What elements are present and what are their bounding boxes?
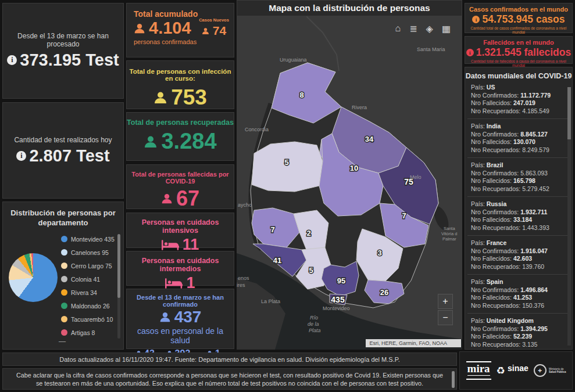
info-icon[interactable]: i — [466, 49, 474, 56]
legend-dot — [61, 276, 67, 282]
place-label: Río — [310, 315, 318, 321]
world-list-scrollbar[interactable] — [567, 87, 571, 346]
disclaimer-text: Cabe aclarar que la cifra de casos confi… — [13, 371, 446, 387]
department-distribution-card: Distribución de personas por departament… — [2, 202, 124, 350]
health-workers-sub: casos en personal de la salud — [127, 326, 234, 345]
region-value: 5 — [284, 158, 288, 167]
legend-item: Artigas 8 — [61, 326, 117, 339]
legend-dot — [61, 249, 67, 256]
region-value: 34 — [365, 135, 374, 143]
legend-dot — [61, 329, 67, 336]
covid-dashboard: Desde el 13 de marzo se han procesado i … — [0, 0, 575, 392]
person-icon — [159, 311, 171, 323]
tests-processed-label: Desde el 13 de marzo se han procesado — [3, 32, 123, 48]
legend-dot — [61, 316, 67, 322]
place-label: Santa Maria — [417, 46, 445, 52]
region-value: 95 — [337, 276, 345, 285]
deceased-title: Total de personas fallecidas por COVID-1… — [127, 171, 234, 185]
info-icon[interactable]: i — [16, 151, 26, 161]
legend-item: Maldonado 26 — [61, 299, 117, 312]
legend-icon[interactable]: ≣ — [409, 23, 417, 34]
uruguay-choropleth: URUGUAY 8 34 5 10 — [237, 16, 462, 350]
legend-dot — [61, 236, 67, 242]
world-deaths-card: Fallecidos en el mundo i1.321.545 fallec… — [465, 36, 573, 64]
accumulated-title: Total acumulado — [134, 9, 199, 19]
recovered-card: Total de personas recuperadas 3.284 — [126, 112, 234, 161]
sinae-logo[interactable]: ♻ sinae — [497, 363, 528, 378]
place-label: Vitória d — [441, 231, 457, 236]
pie-chart[interactable] — [9, 253, 58, 302]
country-block: País: United Kingdom Nro Confirmados: 1.… — [465, 317, 572, 348]
place-label: Santa — [444, 226, 455, 231]
person-icon — [153, 91, 167, 105]
legend-item: Canelones 95 — [61, 246, 117, 259]
place-label: aycho — [238, 202, 252, 208]
map-toolbar: ⌂ ≣ ◈ ▦ — [395, 23, 451, 34]
region-value: 26 — [380, 288, 388, 297]
active-cases-title: Total de personas con infección en curso… — [127, 68, 234, 82]
country-block: País: India Nro Confirmados: 8.845.127 N… — [465, 123, 572, 154]
map-title: Mapa con la distribución de personas — [237, 0, 462, 16]
place-label: Uruguaiana — [280, 57, 307, 63]
accumulated-value: 4.104 — [149, 19, 191, 38]
footer-disclaimer-bar: Cabe aclarar que la cifra de casos confi… — [2, 368, 457, 390]
footer-logos: mira ♻ sinae ✚ Ministerio deSalud Públic… — [459, 351, 573, 390]
region-value: 3 — [377, 249, 381, 257]
new-cases-label: Casos Nuevos — [199, 17, 229, 23]
icu-title: Personas en cuidados intensivos — [127, 218, 234, 235]
legend-dot — [61, 303, 67, 309]
pie-chart-wrap — [9, 253, 58, 302]
world-confirmed-value: 54.753.945 casos — [482, 13, 565, 26]
map-canvas[interactable]: URUGUAY 8 34 5 10 — [237, 16, 462, 350]
country-block: País: Spain Nro Confirmados: 1.496.864 N… — [465, 278, 572, 310]
zoom-in-button[interactable]: + — [438, 294, 453, 309]
country-block: País: Russia Nro Confirmados: 1.932.711 … — [465, 200, 572, 232]
region-value: 10 — [350, 164, 358, 172]
updated-text: Datos actualizados al 16/11/2020 19:47. … — [59, 356, 399, 363]
region-value: 7 — [270, 225, 274, 234]
zoom-out-button[interactable]: − — [438, 310, 453, 325]
pie-legend: Montevideo 435 Canelones 95 Cerro Largo … — [61, 232, 117, 339]
world-deaths-value: 1.321.545 fallecidos — [476, 46, 571, 59]
region-value: 2 — [306, 229, 310, 238]
world-deaths-caption: Cantidad total de fallecidos a causa del… — [465, 59, 572, 67]
mira-logo[interactable]: mira — [466, 361, 491, 380]
legend-item: Colonia 41 — [61, 272, 117, 286]
sinae-icon: ♻ — [497, 365, 505, 377]
info-icon[interactable]: i — [472, 16, 480, 23]
recovered-value: 3.284 — [161, 129, 216, 154]
health-workers-card: Desde el 13 de marzo se han confirmado 4… — [126, 289, 234, 349]
place-label: Plata — [309, 328, 321, 333]
bed-icon — [162, 239, 179, 250]
legend-item: Montevideo 435 — [61, 232, 117, 246]
info-icon[interactable]: i — [7, 55, 17, 65]
legend-scrollbar[interactable] — [117, 234, 120, 339]
legend-item: Tacuarembó 10 — [61, 312, 117, 326]
msp-logo[interactable]: ✚ Ministerio deSalud Pública — [534, 364, 566, 377]
basemap-icon[interactable]: ▦ — [442, 23, 451, 34]
accumulated-card: Total acumulado 4.104 personas confirmad… — [126, 3, 234, 57]
world-data-list: Datos mundiales del COVID-19 País: US Nr… — [465, 67, 573, 350]
home-icon[interactable]: ⌂ — [395, 23, 401, 34]
region-value: 435 — [331, 295, 345, 304]
legend-dot — [61, 289, 67, 296]
pie-title: Distribución de personas por departament… — [3, 208, 123, 228]
icu-card: Personas en cuidados intensivos 11 — [126, 213, 234, 248]
active-cases-card: Total de personas con infección en curso… — [126, 60, 234, 109]
country-block: País: Brazil Nro Confirmados: 5.863.093 … — [465, 161, 572, 193]
map-attribution: Esri, HERE, Garmin, FAO, NOAA — [366, 339, 461, 347]
footer-updated-bar: Datos actualizados al 16/11/2020 19:47. … — [2, 353, 457, 366]
tests-processed-card: Desde el 13 de marzo se han procesado i … — [2, 3, 124, 99]
world-confirmed-card: Casos confirmados en el mundo i54.753.94… — [465, 3, 573, 33]
region-value: 7 — [402, 211, 406, 220]
layers-icon[interactable]: ◈ — [426, 23, 433, 34]
legend-scroll-more[interactable]: — — [59, 337, 66, 346]
footer-scrollbar[interactable] — [452, 371, 455, 388]
place-label: Palmar — [442, 236, 456, 242]
map-region-paysandu[interactable] — [252, 142, 323, 192]
place-label: de la — [308, 321, 319, 327]
map-zoom-controls: + − — [438, 294, 453, 325]
deceased-value: 67 — [176, 186, 199, 211]
person-icon — [144, 135, 158, 149]
legend-item: Cerro Largo 75 — [61, 259, 117, 272]
